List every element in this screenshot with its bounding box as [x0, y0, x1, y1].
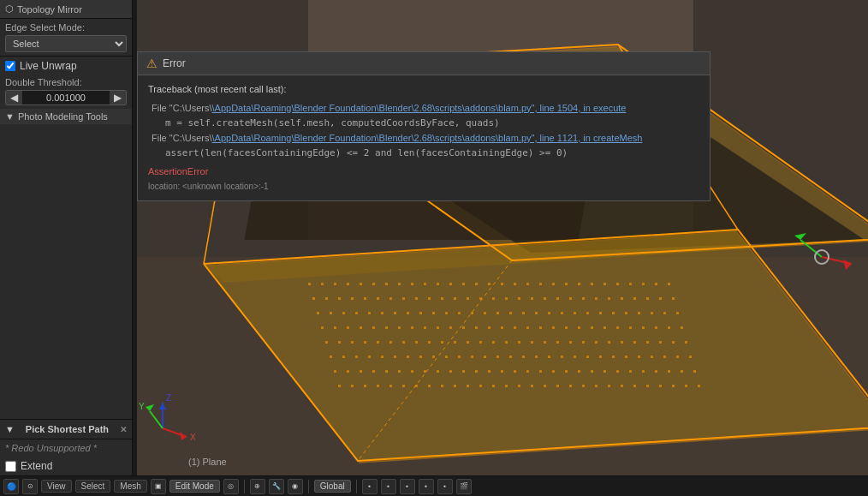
- svg-rect-27: [552, 283, 555, 285]
- threshold-increment[interactable]: ▶: [110, 91, 126, 105]
- svg-rect-158: [394, 356, 396, 358]
- global-button[interactable]: Global: [314, 480, 351, 493]
- svg-rect-13: [372, 283, 375, 285]
- svg-rect-203: [603, 370, 606, 373]
- svg-rect-93: [663, 312, 666, 314]
- svg-rect-170: [548, 356, 550, 358]
- mesh-icon[interactable]: ▣: [151, 479, 166, 494]
- svg-rect-133: [441, 341, 443, 344]
- proportional-edit-icon[interactable]: ◉: [288, 479, 303, 494]
- svg-rect-84: [548, 312, 550, 314]
- layer-icon-3[interactable]: ▪: [400, 479, 415, 494]
- render-icon[interactable]: ⊙: [22, 479, 38, 494]
- svg-rect-75: [432, 312, 435, 314]
- select-button[interactable]: Select: [75, 480, 111, 493]
- svg-rect-51: [492, 297, 495, 300]
- svg-rect-117: [603, 326, 606, 329]
- threshold-decrement[interactable]: ◀: [6, 91, 22, 105]
- svg-rect-172: [574, 356, 576, 358]
- svg-rect-229: [569, 385, 572, 387]
- svg-rect-118: [616, 326, 619, 329]
- svg-rect-194: [488, 370, 490, 373]
- svg-rect-31: [603, 283, 606, 285]
- svg-text:X: X: [190, 433, 196, 442]
- svg-rect-60: [608, 297, 610, 300]
- pivot-icon[interactable]: ⊕: [250, 479, 265, 494]
- svg-rect-80: [496, 312, 499, 314]
- error-code1: m = self.createMesh(self.mesh, computedC…: [165, 116, 699, 131]
- svg-rect-115: [578, 326, 580, 329]
- snap-icon[interactable]: 🔧: [269, 479, 284, 494]
- svg-rect-37: [312, 297, 315, 300]
- svg-rect-175: [612, 356, 615, 358]
- viewport[interactable]: X Y Z ⚠ Error Traceback (most recent cal…: [137, 0, 868, 475]
- svg-rect-56: [556, 297, 559, 300]
- traceback-header: Traceback (most recent call last):: [148, 82, 699, 98]
- edit-mode-button[interactable]: Edit Mode: [169, 480, 220, 493]
- extend-label: Extend: [21, 460, 52, 472]
- render-result-icon[interactable]: 🎬: [456, 479, 472, 494]
- svg-rect-22: [488, 283, 490, 285]
- svg-rect-225: [518, 385, 520, 387]
- live-unwrap-checkbox[interactable]: [5, 61, 15, 71]
- svg-rect-195: [501, 370, 503, 373]
- svg-rect-44: [402, 297, 405, 300]
- svg-rect-165: [484, 356, 486, 358]
- svg-rect-39: [338, 297, 341, 300]
- svg-rect-212: [351, 385, 354, 387]
- svg-rect-55: [544, 297, 546, 300]
- viewport-background: X Y Z ⚠ Error Traceback (most recent cal…: [137, 0, 868, 475]
- viewport-shading-icon[interactable]: ◎: [223, 479, 239, 494]
- svg-rect-103: [424, 326, 426, 329]
- svg-rect-89: [612, 312, 615, 314]
- svg-rect-65: [672, 297, 675, 300]
- svg-rect-35: [655, 283, 657, 285]
- svg-rect-15: [398, 283, 401, 285]
- svg-rect-181: [689, 356, 692, 358]
- svg-rect-183: [347, 370, 349, 373]
- svg-rect-71: [381, 312, 383, 314]
- svg-rect-156: [368, 356, 371, 358]
- svg-rect-184: [360, 370, 362, 373]
- statusbar-separator-3: [356, 480, 357, 493]
- svg-rect-100: [385, 326, 388, 329]
- svg-rect-68: [342, 312, 345, 314]
- error-assertion: AssertionError: [148, 164, 699, 180]
- svg-rect-168: [522, 356, 525, 358]
- svg-rect-190: [437, 370, 439, 373]
- svg-rect-107: [475, 326, 478, 329]
- svg-rect-161: [432, 356, 435, 358]
- blender-icon[interactable]: 🔵: [3, 479, 19, 494]
- svg-rect-110: [514, 326, 516, 329]
- svg-rect-230: [582, 385, 585, 387]
- sidebar-topology-label: Topology Mirror: [17, 4, 82, 15]
- svg-rect-102: [411, 326, 413, 329]
- svg-rect-87: [586, 312, 589, 314]
- svg-rect-54: [531, 297, 533, 300]
- extend-checkbox[interactable]: [5, 461, 16, 472]
- photo-modeling-label: Photo Modeling Tools: [18, 111, 108, 122]
- plane-label: (1) Plane: [188, 457, 227, 467]
- edge-select-dropdown[interactable]: Select: [5, 35, 127, 52]
- mesh-button[interactable]: Mesh: [114, 480, 146, 493]
- layer-icon-5[interactable]: ▪: [437, 479, 453, 494]
- svg-rect-20: [462, 283, 465, 285]
- svg-text:Z: Z: [166, 393, 171, 403]
- pick-shortest-label: Pick Shortest Path: [26, 424, 109, 434]
- svg-rect-218: [428, 385, 431, 387]
- svg-rect-188: [411, 370, 413, 373]
- sidebar-topology-header: ⬡ Topology Mirror: [0, 0, 132, 19]
- svg-rect-160: [419, 356, 422, 358]
- svg-rect-91: [638, 312, 640, 314]
- layer-icon-2[interactable]: ▪: [381, 479, 396, 494]
- view-button[interactable]: View: [41, 480, 72, 493]
- svg-rect-139: [518, 341, 520, 344]
- layer-icon-4[interactable]: ▪: [419, 479, 434, 494]
- svg-rect-36: [668, 283, 670, 285]
- svg-rect-16: [411, 283, 413, 285]
- svg-rect-23: [501, 283, 503, 285]
- svg-rect-12: [360, 283, 362, 285]
- layer-icon-1[interactable]: ▪: [362, 479, 378, 494]
- svg-rect-61: [621, 297, 623, 300]
- pick-shortest-x-icon[interactable]: ✕: [120, 425, 127, 434]
